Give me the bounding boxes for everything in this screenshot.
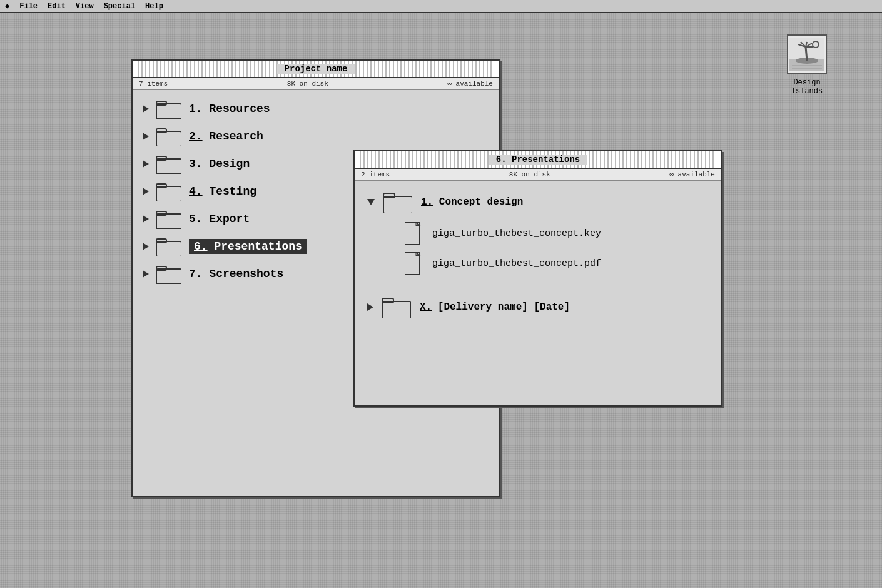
presentations-title: 6. Presentations <box>489 155 587 165</box>
menu-special[interactable]: Special <box>104 2 135 11</box>
file-icon-key <box>405 222 423 245</box>
presentations-statusbar: 2 items 8K on disk ∞ available <box>355 169 721 181</box>
sub-folder-concept-design[interactable]: 1. Concept design <box>355 186 721 218</box>
presentations-window-body: 1. Concept design giga_turbo_thebest_con… <box>355 181 721 328</box>
menu-apple[interactable]: ◆ <box>5 1 9 11</box>
main-items-count: 7 items <box>139 80 168 88</box>
folder-triangle-testing[interactable] <box>143 188 149 195</box>
menu-bar: ◆ File Edit View Special Help <box>0 0 882 13</box>
folder-label-resources: 1. Resources <box>189 103 270 115</box>
subfolder-icon-concept <box>383 191 412 213</box>
presentations-titlebar[interactable]: 6. Presentations <box>355 151 721 169</box>
folder-label-testing: 4. Testing <box>189 185 256 198</box>
svg-rect-22 <box>382 302 411 318</box>
folder-label-screenshots: 7. Screenshots <box>189 268 283 280</box>
menu-edit[interactable]: Edit <box>48 2 66 11</box>
menu-help[interactable]: Help <box>145 2 163 11</box>
folder-icon-screenshots <box>156 264 181 284</box>
main-window-title: Project name <box>277 64 355 74</box>
folder-icon-resources <box>156 99 181 119</box>
sub-folder-delivery[interactable]: X. [Delivery name] [Date] <box>355 291 721 323</box>
file-icon-pdf <box>405 252 423 275</box>
folder-label-export: 5. Export <box>189 213 250 225</box>
folder-triangle-screenshots[interactable] <box>143 270 149 278</box>
subfolder-label-concept: 1. Concept design <box>421 196 523 208</box>
folder-label-research: 2. Research <box>189 130 263 143</box>
file-label-pdf: giga_turbo_thebest_concept.pdf <box>432 258 601 269</box>
folder-triangle-presentations[interactable] <box>143 243 149 250</box>
main-available: ∞ available <box>447 80 493 88</box>
main-disk-usage: 8K on disk <box>287 80 328 88</box>
presentations-window: 6. Presentations 2 items 8K on disk ∞ av… <box>353 150 722 407</box>
file-item-key[interactable]: giga_turbo_thebest_concept.key <box>355 218 721 248</box>
presentations-available: ∞ available <box>669 171 715 178</box>
svg-rect-8 <box>156 214 181 229</box>
folder-triangle-research[interactable] <box>143 133 149 140</box>
menu-view[interactable]: View <box>76 2 94 11</box>
main-window-titlebar[interactable]: Project name <box>133 61 499 78</box>
design-islands-icon-svg <box>789 38 824 71</box>
folder-triangle-design[interactable] <box>143 160 149 168</box>
file-item-pdf[interactable]: giga_turbo_thebest_concept.pdf <box>355 248 721 278</box>
folder-label-design: 3. Design <box>189 158 250 170</box>
folder-item-resources[interactable]: 1. Resources <box>133 95 499 123</box>
folder-triangle-export[interactable] <box>143 215 149 223</box>
svg-rect-12 <box>156 269 181 284</box>
subfolder-icon-delivery <box>382 296 411 318</box>
svg-rect-6 <box>156 186 181 201</box>
folder-triangle-resources[interactable] <box>143 105 149 113</box>
presentations-disk-usage: 8K on disk <box>509 171 550 178</box>
subfolder-label-delivery: X. [Delivery name] [Date] <box>420 302 570 313</box>
menu-file[interactable]: File <box>19 2 38 11</box>
folder-item-research[interactable]: 2. Research <box>133 123 499 150</box>
file-label-key: giga_turbo_thebest_concept.key <box>432 228 601 239</box>
desktop-icon-label: Design Islands <box>782 78 832 96</box>
subfolder-triangle-concept[interactable] <box>367 199 375 205</box>
subfolder-triangle-delivery[interactable] <box>367 303 373 311</box>
svg-rect-4 <box>156 159 181 174</box>
svg-rect-0 <box>156 104 181 119</box>
svg-rect-14 <box>383 196 412 213</box>
main-window-statusbar: 7 items 8K on disk ∞ available <box>133 78 499 90</box>
folder-icon-testing <box>156 181 181 201</box>
desktop-icon-design-islands[interactable]: Design Islands <box>782 34 832 96</box>
svg-rect-10 <box>156 241 181 256</box>
folder-icon-export <box>156 209 181 229</box>
desktop-icon-image <box>787 34 827 74</box>
svg-rect-2 <box>156 131 181 146</box>
folder-icon-presentations <box>156 236 181 256</box>
folder-icon-research <box>156 126 181 146</box>
folder-icon-design <box>156 154 181 174</box>
folder-label-presentations: 6. Presentations <box>189 239 307 254</box>
svg-line-27 <box>806 47 807 61</box>
presentations-items-count: 2 items <box>361 171 390 178</box>
